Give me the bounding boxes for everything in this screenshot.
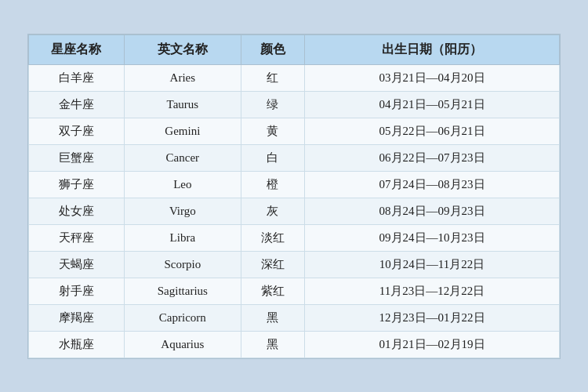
cell-chinese: 金牛座 [29,91,125,118]
cell-date: 08月24日—09月23日 [305,198,560,224]
table-row: 处女座Virgo灰08月24日—09月23日 [29,198,560,224]
cell-english: Aquarius [124,331,241,358]
table-row: 金牛座Taurus绿04月21日—05月21日 [29,91,560,118]
cell-color: 淡红 [241,224,304,251]
cell-color: 黑 [241,331,304,358]
table-row: 天秤座Libra淡红09月24日—10月23日 [29,224,560,251]
header-english: 英文名称 [124,34,241,64]
cell-date: 10月24日—11月22日 [305,251,560,278]
header-color: 颜色 [241,34,304,64]
cell-chinese: 处女座 [29,198,125,224]
cell-english: Cancer [124,144,241,171]
cell-english: Libra [124,224,241,251]
cell-date: 03月21日—04月20日 [305,64,560,91]
cell-chinese: 水瓶座 [29,331,125,358]
cell-date: 09月24日—10月23日 [305,224,560,251]
cell-color: 黑 [241,304,304,331]
cell-chinese: 巨蟹座 [29,144,125,171]
table-row: 巨蟹座Cancer白06月22日—07月23日 [29,144,560,171]
cell-date: 06月22日—07月23日 [305,144,560,171]
cell-color: 绿 [241,91,304,118]
header-date: 出生日期（阳历） [305,34,560,64]
table-header-row: 星座名称 英文名称 颜色 出生日期（阳历） [29,34,560,64]
cell-chinese: 射手座 [29,278,125,304]
cell-chinese: 狮子座 [29,171,125,198]
table-row: 射手座Sagittarius紫红11月23日—12月22日 [29,278,560,304]
cell-color: 黄 [241,118,304,144]
cell-chinese: 天秤座 [29,224,125,251]
cell-english: Sagittarius [124,278,241,304]
cell-chinese: 天蝎座 [29,251,125,278]
cell-english: Gemini [124,118,241,144]
zodiac-table-container: 星座名称 英文名称 颜色 出生日期（阳历） 白羊座Aries红03月21日—04… [27,34,561,359]
header-chinese: 星座名称 [29,34,125,64]
cell-date: 07月24日—08月23日 [305,171,560,198]
cell-english: Capricorn [124,304,241,331]
cell-color: 紫红 [241,278,304,304]
cell-chinese: 白羊座 [29,64,125,91]
cell-date: 01月21日—02月19日 [305,331,560,358]
cell-color: 橙 [241,171,304,198]
cell-english: Virgo [124,198,241,224]
cell-color: 灰 [241,198,304,224]
cell-color: 白 [241,144,304,171]
table-row: 天蝎座Scorpio深红10月24日—11月22日 [29,251,560,278]
table-row: 狮子座Leo橙07月24日—08月23日 [29,171,560,198]
cell-english: Scorpio [124,251,241,278]
cell-english: Leo [124,171,241,198]
cell-english: Taurus [124,91,241,118]
table-row: 水瓶座Aquarius黑01月21日—02月19日 [29,331,560,358]
cell-color: 深红 [241,251,304,278]
cell-date: 05月22日—06月21日 [305,118,560,144]
cell-chinese: 双子座 [29,118,125,144]
cell-color: 红 [241,64,304,91]
cell-date: 11月23日—12月22日 [305,278,560,304]
table-row: 摩羯座Capricorn黑12月23日—01月22日 [29,304,560,331]
cell-date: 04月21日—05月21日 [305,91,560,118]
table-row: 白羊座Aries红03月21日—04月20日 [29,64,560,91]
cell-english: Aries [124,64,241,91]
zodiac-table: 星座名称 英文名称 颜色 出生日期（阳历） 白羊座Aries红03月21日—04… [28,34,560,358]
table-row: 双子座Gemini黄05月22日—06月21日 [29,118,560,144]
cell-date: 12月23日—01月22日 [305,304,560,331]
cell-chinese: 摩羯座 [29,304,125,331]
